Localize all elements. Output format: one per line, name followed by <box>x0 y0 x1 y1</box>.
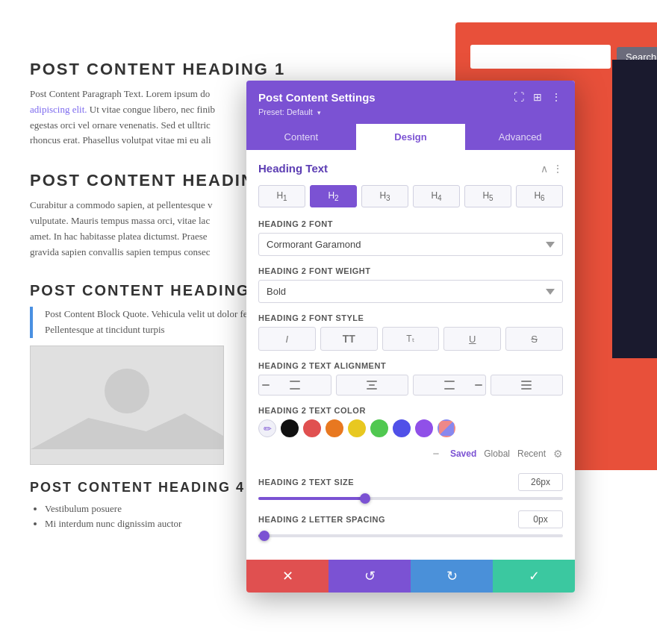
confirm-button[interactable]: ✓ <box>493 560 575 593</box>
modal-header: Post Content Settings ⛶ ⊞ ⋮ Preset: Defa… <box>246 81 575 150</box>
layout-icon-button[interactable]: ⊞ <box>532 90 544 104</box>
modal-footer: ✕ ↺ ↻ ✓ <box>246 560 575 593</box>
color-red[interactable] <box>303 419 321 437</box>
settings-modal: Post Content Settings ⛶ ⊞ ⋮ Preset: Defa… <box>246 81 575 593</box>
style-label: Heading 2 Font Style <box>258 313 563 322</box>
search-input[interactable] <box>470 45 611 69</box>
heading-tab-h2[interactable]: H2 <box>310 185 357 207</box>
font-row: Heading 2 Font Cormorant Garamond <box>258 219 563 256</box>
color-more-button[interactable]: ··· <box>425 445 446 463</box>
weight-select[interactable]: Bold <box>258 280 563 303</box>
style-italic-button[interactable]: I <box>258 327 316 351</box>
color-row: Heading 2 Text Color ✏ ··· Saved <box>258 406 563 463</box>
preset-label: Preset: Default ▾ <box>258 107 563 116</box>
tab-content[interactable]: Content <box>246 124 356 150</box>
heading-tab-h1[interactable]: H1 <box>258 185 305 207</box>
text-size-input[interactable] <box>518 473 563 491</box>
align-buttons <box>258 375 563 396</box>
style-underline-button[interactable]: U <box>443 327 501 351</box>
section-more-button[interactable]: ⋮ <box>552 163 563 175</box>
color-striped[interactable] <box>438 419 455 437</box>
letter-spacing-thumb[interactable] <box>259 531 270 541</box>
color-tab-global[interactable]: Global <box>484 448 510 459</box>
color-purple[interactable] <box>415 419 433 437</box>
font-select[interactable]: Cormorant Garamond <box>258 233 563 256</box>
align-right-button[interactable] <box>413 375 486 396</box>
tab-advanced[interactable]: Advanced <box>465 124 575 150</box>
style-row: Heading 2 Font Style I TT Tₜ U S <box>258 313 563 351</box>
section-title: Heading Text <box>258 162 328 175</box>
color-black[interactable] <box>281 419 299 437</box>
letter-spacing-input[interactable] <box>518 510 563 528</box>
text-size-thumb[interactable] <box>360 493 370 504</box>
fullscreen-icon-button[interactable]: ⛶ <box>512 90 526 104</box>
modal-tabs: Content Design Advanced <box>246 124 575 150</box>
letter-spacing-row: Heading 2 Letter Spacing <box>258 510 563 537</box>
color-orange[interactable] <box>326 419 343 437</box>
color-blue[interactable] <box>393 419 411 437</box>
heading-tab-h6[interactable]: H6 <box>516 185 563 207</box>
color-tab-recent[interactable]: Recent <box>517 448 546 459</box>
redo-button[interactable]: ↻ <box>411 560 493 593</box>
style-smallcaps-button[interactable]: Tₜ <box>382 327 440 351</box>
text-size-label: Heading 2 Text Size <box>258 478 354 487</box>
letter-spacing-label: Heading 2 Letter Spacing <box>258 515 385 524</box>
letter-spacing-track[interactable] <box>258 534 563 537</box>
section-controls: ∧ ⋮ <box>541 163 563 175</box>
align-left-button[interactable] <box>258 375 331 396</box>
image-placeholder <box>30 346 224 465</box>
modal-title-row: Post Content Settings ⛶ ⊞ ⋮ <box>258 90 563 104</box>
color-swatches: ✏ <box>258 419 455 437</box>
color-green[interactable] <box>370 419 388 437</box>
modal-title: Post Content Settings <box>258 91 376 104</box>
color-tab-saved[interactable]: Saved <box>450 448 476 459</box>
color-tabs: Saved Global Recent ⚙ <box>450 448 563 460</box>
align-center-button[interactable] <box>336 375 409 396</box>
weight-label: Heading 2 Font Weight <box>258 266 563 275</box>
cancel-button[interactable]: ✕ <box>246 560 328 593</box>
more-options-button[interactable]: ⋮ <box>549 90 563 104</box>
color-yellow[interactable] <box>348 419 366 437</box>
heading-tab-h5[interactable]: H5 <box>464 185 511 207</box>
tab-design[interactable]: Design <box>356 124 466 150</box>
section-header: Heading Text ∧ ⋮ <box>258 162 563 175</box>
text-size-track[interactable] <box>258 497 563 500</box>
collapse-icon-button[interactable]: ∧ <box>541 163 548 175</box>
weight-row: Heading 2 Font Weight Bold <box>258 266 563 303</box>
text-size-fill <box>258 497 365 500</box>
preset-arrow[interactable]: ▾ <box>317 109 321 116</box>
font-label: Heading 2 Font <box>258 219 563 228</box>
modal-title-icons: ⛶ ⊞ ⋮ <box>512 90 563 104</box>
modal-body: Heading Text ∧ ⋮ H1 H2 H3 H4 H5 H6 Headi… <box>246 150 575 560</box>
alignment-label: Heading 2 Text Alignment <box>258 361 563 370</box>
text-size-row: Heading 2 Text Size <box>258 473 563 500</box>
style-strikethrough-button[interactable]: S <box>505 327 563 351</box>
align-justify-button[interactable] <box>491 375 564 396</box>
text-size-label-row: Heading 2 Text Size <box>258 473 563 491</box>
heading-tab-h3[interactable]: H3 <box>361 185 408 207</box>
color-pencil[interactable]: ✏ <box>258 419 276 437</box>
undo-button[interactable]: ↺ <box>328 560 411 593</box>
letter-spacing-label-row: Heading 2 Letter Spacing <box>258 510 563 528</box>
color-label: Heading 2 Text Color <box>258 406 563 415</box>
alignment-row: Heading 2 Text Alignment <box>258 361 563 396</box>
heading-tab-h4[interactable]: H4 <box>413 185 460 207</box>
color-settings-icon[interactable]: ⚙ <box>553 448 563 460</box>
style-tt-button[interactable]: TT <box>320 327 378 351</box>
heading-tabs: H1 H2 H3 H4 H5 H6 <box>258 185 563 207</box>
dark-sidebar <box>612 60 657 358</box>
style-buttons: I TT Tₜ U S <box>258 327 563 351</box>
